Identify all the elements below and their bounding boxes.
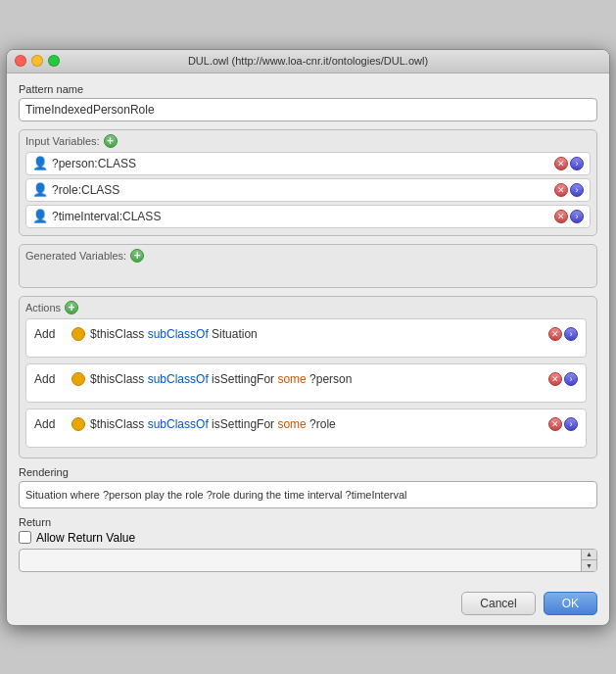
add-action-button[interactable]: + — [65, 301, 78, 314]
traffic-lights — [15, 55, 60, 67]
action-row-1: Add $thisClass subClassOf Situation ✕ › — [25, 318, 587, 358]
action-controls-1: ✕ › — [548, 327, 578, 341]
allow-return-checkbox[interactable] — [19, 531, 31, 544]
footer: Cancel OK — [7, 592, 609, 625]
action-text-1: $thisClass subClassOf Situation — [90, 325, 543, 343]
main-window: DUL.owl (http://www.loa-cnr.it/ontologie… — [6, 49, 610, 626]
more-variable-2-button[interactable]: › — [570, 183, 584, 197]
ok-button[interactable]: OK — [544, 592, 597, 615]
action-row-3: Add $thisClass subClassOf isSettingFor s… — [25, 409, 587, 448]
subclassof-keyword-3: subClassOf — [148, 417, 209, 431]
action-icon-1 — [71, 327, 85, 341]
generated-variables-label: Generated Variables: — [25, 250, 126, 262]
window-title: DUL.owl (http://www.loa-cnr.it/ontologie… — [188, 55, 428, 67]
variable-row-role: 👤 ?role:CLASS ✕ › — [25, 178, 591, 202]
add-generated-variable-button[interactable]: + — [130, 249, 144, 263]
actions-section: Actions + Add $thisClass subClassOf Situ… — [19, 296, 597, 458]
stepper-down-button[interactable]: ▼ — [582, 560, 596, 571]
generated-variables-section: Generated Variables: + — [19, 244, 597, 288]
person-icon-1: 👤 — [32, 156, 48, 170]
allow-return-label: Allow Return Value — [36, 531, 135, 545]
actions-list[interactable]: Add $thisClass subClassOf Situation ✕ › … — [25, 318, 591, 454]
action-verb-1: Add — [34, 327, 62, 341]
action-row-2: Add $thisClass subClassOf isSettingFor s… — [25, 363, 587, 403]
remove-variable-1-button[interactable]: ✕ — [554, 157, 568, 170]
variable-controls-1: ✕ › — [554, 157, 584, 170]
close-button[interactable] — [15, 55, 26, 67]
remove-action-2-button[interactable]: ✕ — [548, 372, 562, 386]
pattern-name-input[interactable] — [19, 98, 597, 121]
person-icon-3: 👤 — [32, 209, 48, 223]
more-action-2-button[interactable]: › — [564, 372, 578, 386]
rendering-input[interactable] — [19, 481, 597, 508]
cancel-button[interactable]: Cancel — [461, 592, 535, 615]
action-controls-2: ✕ › — [548, 372, 578, 386]
return-input-wrap: ▲ ▼ — [19, 549, 597, 572]
variable-text-timeinterval: ?timeInterval:CLASS — [52, 210, 554, 223]
person-icon-2: 👤 — [32, 182, 48, 197]
minimize-button[interactable] — [31, 55, 43, 67]
variable-text-person: ?person:CLASS — [52, 157, 554, 170]
variable-row-timeinterval: 👤 ?timeInterval:CLASS ✕ › — [25, 205, 591, 228]
subclassof-keyword-1: subClassOf — [148, 327, 209, 341]
more-variable-1-button[interactable]: › — [570, 157, 584, 170]
return-input[interactable] — [20, 554, 581, 567]
remove-action-3-button[interactable]: ✕ — [548, 417, 562, 431]
stepper-up-button[interactable]: ▲ — [582, 550, 596, 561]
titlebar: DUL.owl (http://www.loa-cnr.it/ontologie… — [7, 50, 609, 73]
action-text-3: $thisClass subClassOf isSettingFor some … — [90, 415, 543, 433]
some-keyword-2: some — [277, 372, 306, 386]
allow-return-row: Allow Return Value — [19, 531, 597, 545]
remove-variable-3-button[interactable]: ✕ — [554, 210, 568, 223]
return-stepper: ▲ ▼ — [581, 550, 596, 571]
action-verb-2: Add — [34, 372, 62, 386]
input-variables-label: Input Variables: — [25, 135, 100, 147]
some-keyword-3: some — [277, 417, 306, 431]
content-area: Pattern name Input Variables: + 👤 ?perso… — [7, 73, 609, 592]
variable-text-role: ?role:CLASS — [52, 183, 554, 197]
variable-controls-3: ✕ › — [554, 210, 584, 223]
return-label: Return — [19, 516, 597, 528]
return-section: Return Allow Return Value ▲ ▼ — [19, 516, 597, 572]
pattern-name-label: Pattern name — [19, 83, 597, 95]
more-variable-3-button[interactable]: › — [570, 210, 584, 223]
more-action-3-button[interactable]: › — [564, 417, 578, 431]
variable-row-person: 👤 ?person:CLASS ✕ › — [25, 152, 591, 175]
remove-action-1-button[interactable]: ✕ — [548, 327, 562, 341]
action-verb-3: Add — [34, 417, 62, 431]
rendering-section: Rendering — [19, 466, 597, 508]
rendering-label: Rendering — [19, 466, 597, 478]
add-input-variable-button[interactable]: + — [104, 134, 118, 148]
generated-variables-header: Generated Variables: + — [25, 249, 591, 263]
subclassof-keyword-2: subClassOf — [148, 372, 209, 386]
action-icon-2 — [71, 372, 85, 386]
input-variables-header: Input Variables: + — [25, 134, 591, 148]
remove-variable-2-button[interactable]: ✕ — [554, 183, 568, 197]
pattern-name-row: Pattern name — [19, 83, 597, 121]
more-action-1-button[interactable]: › — [564, 327, 578, 341]
action-text-2: $thisClass subClassOf isSettingFor some … — [90, 370, 543, 388]
actions-header: Actions + — [25, 301, 591, 314]
variable-controls-2: ✕ › — [554, 183, 584, 197]
input-variables-section: Input Variables: + 👤 ?person:CLASS ✕ › 👤… — [19, 129, 597, 236]
maximize-button[interactable] — [48, 55, 60, 67]
actions-label: Actions — [25, 302, 61, 313]
action-icon-3 — [71, 417, 85, 431]
action-controls-3: ✕ › — [548, 417, 578, 431]
